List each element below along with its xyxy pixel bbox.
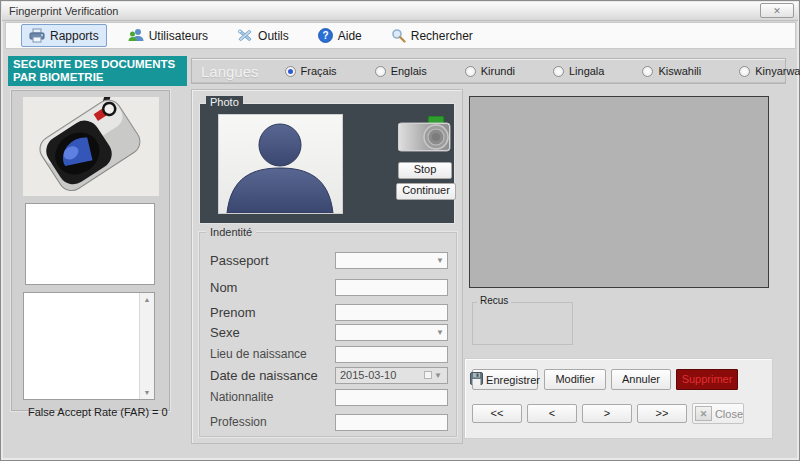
toolbar-item-aide[interactable]: ? Aide bbox=[310, 24, 370, 47]
radio-label: Englais bbox=[391, 65, 427, 77]
security-banner-line2: PAR BIOMETRIE bbox=[13, 71, 182, 84]
title-bar: Fingerprint Verification bbox=[2, 2, 798, 21]
camera-preview-area bbox=[469, 96, 769, 288]
fingerprint-panel: ▲ ▼ False Accept Rate (FAR) = 0 bbox=[11, 90, 170, 411]
help-icon: ? bbox=[318, 28, 333, 43]
nav-next-button[interactable]: > bbox=[582, 404, 632, 423]
toolbar-item-label: Aide bbox=[338, 29, 362, 43]
radio-label: Kiswahili bbox=[658, 65, 701, 77]
chevron-down-icon: ▼ bbox=[436, 328, 447, 337]
fingerprint-scanner-image bbox=[23, 97, 159, 196]
continue-button[interactable]: Continuer bbox=[396, 183, 456, 200]
nav-first-button[interactable]: << bbox=[472, 404, 522, 423]
radio-kirundi[interactable]: Kirundi bbox=[465, 65, 515, 77]
save-button[interactable]: Enregistrer bbox=[472, 369, 538, 390]
main-toolbar: Rapports Utilisateurs Outils ? Aide Rech… bbox=[5, 22, 796, 49]
security-banner-line1: SECURITE DES DOCUMENTS bbox=[13, 58, 182, 71]
nav-last-button[interactable]: >> bbox=[637, 404, 687, 423]
form-panel: Photo bbox=[191, 89, 463, 444]
date-value: 2015-03-10 bbox=[336, 369, 396, 381]
close-button-label: Close bbox=[715, 408, 743, 420]
field-row-profession: Profession bbox=[210, 413, 446, 431]
field-label: Nom bbox=[210, 280, 237, 295]
app-window: Fingerprint Verification ✕ Rapports Util… bbox=[0, 0, 800, 461]
radio-label: Lingala bbox=[569, 65, 604, 77]
radio-francais[interactable]: Fraçais bbox=[285, 65, 337, 77]
modify-button[interactable]: Modifier bbox=[544, 369, 606, 390]
toolbar-item-label: Rapports bbox=[50, 29, 99, 43]
field-row-date: Date de naissance 2015-03-10 ▼ bbox=[210, 366, 446, 384]
field-row-nom: Nom bbox=[210, 278, 446, 296]
search-icon bbox=[391, 28, 406, 43]
radio-lingala[interactable]: Lingala bbox=[553, 65, 604, 77]
scrollbar[interactable]: ▲ ▼ bbox=[139, 293, 154, 399]
field-label: Passeport bbox=[210, 253, 269, 268]
radio-button-icon bbox=[375, 66, 386, 77]
languages-bar: Langues Fraçais Englais Kirundi Lingala … bbox=[191, 58, 786, 84]
camera-icon bbox=[398, 116, 452, 158]
toolbar-item-rapports[interactable]: Rapports bbox=[21, 24, 107, 47]
window-close-button[interactable]: ✕ bbox=[760, 3, 794, 18]
radio-kiswahili[interactable]: Kiswahili bbox=[642, 65, 701, 77]
toolbar-item-outils[interactable]: Outils bbox=[229, 24, 297, 47]
radio-label: Kirundi bbox=[481, 65, 515, 77]
nom-input[interactable] bbox=[335, 279, 448, 296]
cancel-button-label: Annuler bbox=[622, 373, 660, 385]
radio-label: Fraçais bbox=[301, 65, 337, 77]
window-title: Fingerprint Verification bbox=[9, 5, 118, 17]
toolbar-item-label: Utilisateurs bbox=[149, 29, 208, 43]
prenom-input[interactable] bbox=[335, 304, 448, 321]
radio-button-icon bbox=[553, 66, 564, 77]
toolbar-item-utilisateurs[interactable]: Utilisateurs bbox=[120, 24, 216, 47]
radio-englais[interactable]: Englais bbox=[375, 65, 427, 77]
identity-group: Indentité Passeport ▼ Nom Prenom Sexe ▼ … bbox=[199, 232, 457, 437]
field-label: Lieu de naissance bbox=[210, 347, 307, 361]
radio-kinyarwanda[interactable]: Kinyarwanda bbox=[739, 65, 800, 77]
photo-group-label: Photo bbox=[206, 96, 243, 108]
passeport-combobox[interactable]: ▼ bbox=[335, 252, 448, 269]
photo-group: Photo bbox=[199, 103, 455, 224]
scroll-down-icon[interactable]: ▼ bbox=[144, 386, 151, 399]
toolbar-item-label: Outils bbox=[258, 29, 289, 43]
photo-preview bbox=[218, 114, 343, 214]
field-row-lieu: Lieu de naissance bbox=[210, 345, 446, 363]
field-row-prenom: Prenom bbox=[210, 303, 446, 321]
nav-first-label: << bbox=[491, 407, 504, 419]
close-button[interactable]: ✕ Close bbox=[692, 403, 744, 424]
printer-icon bbox=[29, 28, 45, 43]
field-row-nationnalite: Nationnalite bbox=[210, 388, 446, 406]
delete-button[interactable]: Supprimer bbox=[676, 369, 738, 390]
recus-group-label: Recus bbox=[477, 295, 511, 306]
nav-previous-button[interactable]: < bbox=[527, 404, 577, 423]
nav-previous-label: < bbox=[549, 407, 555, 419]
close-x-icon: ✕ bbox=[695, 406, 712, 421]
languages-label: Langues bbox=[192, 63, 285, 80]
sexe-combobox[interactable]: ▼ bbox=[335, 324, 448, 341]
scroll-up-icon[interactable]: ▲ bbox=[144, 293, 151, 306]
date-checkbox-icon[interactable] bbox=[424, 371, 432, 379]
toolbar-item-rechercher[interactable]: Rechercher bbox=[383, 24, 481, 47]
field-row-sexe: Sexe ▼ bbox=[210, 323, 446, 341]
radio-button-icon bbox=[285, 66, 296, 77]
radio-button-icon bbox=[465, 66, 476, 77]
security-banner: SECURITE DES DOCUMENTS PAR BIOMETRIE bbox=[8, 56, 187, 86]
radio-button-icon bbox=[642, 66, 653, 77]
cancel-button[interactable]: Annuler bbox=[611, 369, 671, 390]
tools-icon bbox=[237, 28, 253, 43]
field-label: Prenom bbox=[210, 305, 256, 320]
date-naissance-picker[interactable]: 2015-03-10 ▼ bbox=[335, 367, 448, 384]
field-label: Sexe bbox=[210, 325, 240, 340]
field-label: Date de naissance bbox=[210, 368, 318, 383]
field-row-passeport: Passeport ▼ bbox=[210, 251, 446, 269]
delete-button-label: Supprimer bbox=[682, 373, 733, 385]
lieu-naissance-input[interactable] bbox=[335, 346, 448, 363]
nav-next-label: > bbox=[604, 407, 610, 419]
radio-label: Kinyarwanda bbox=[755, 65, 800, 77]
recus-group: Recus bbox=[471, 301, 574, 346]
nationnalite-input[interactable] bbox=[335, 389, 448, 406]
actions-panel: Enregistrer Modifier Annuler Supprimer <… bbox=[464, 358, 773, 439]
chevron-down-icon: ▼ bbox=[434, 371, 445, 380]
floppy-disk-icon bbox=[470, 372, 483, 387]
stop-button[interactable]: Stop bbox=[398, 162, 452, 179]
profession-input[interactable] bbox=[335, 414, 448, 431]
